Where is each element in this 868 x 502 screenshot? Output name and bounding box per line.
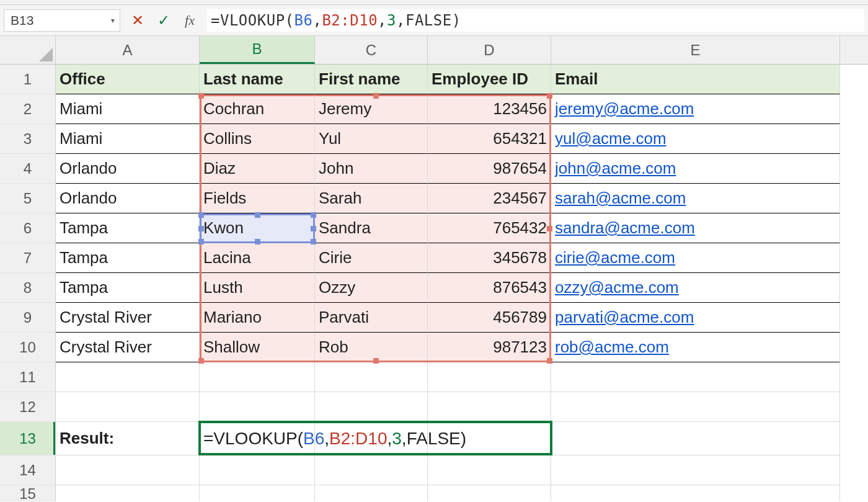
cell-C12[interactable]	[315, 392, 428, 422]
cell-A9[interactable]: Crystal River	[56, 303, 200, 333]
name-box-dropdown-icon[interactable]: ▾	[111, 16, 115, 25]
select-all-triangle[interactable]	[0, 36, 56, 64]
cell-B14[interactable]	[200, 455, 315, 485]
cell-C13[interactable]	[315, 422, 428, 455]
cell-B5[interactable]: Fields	[200, 184, 315, 213]
cell-D15[interactable]	[428, 485, 551, 501]
cell-A7[interactable]: Tampa	[56, 243, 200, 273]
cell-E5[interactable]: sarah@acme.com	[551, 184, 840, 213]
cell-B2[interactable]: Cochran	[200, 94, 315, 124]
cell-D3[interactable]: 654321	[428, 124, 551, 154]
formula-input[interactable]: =VLOOKUP(B6,B2:D10,3,FALSE)	[207, 9, 864, 32]
grid[interactable]: A B C D E 1 Office Last name First name …	[0, 36, 868, 501]
email-link[interactable]: sandra@acme.com	[555, 218, 695, 238]
cell-E10[interactable]: rob@acme.com	[551, 333, 840, 362]
cell-B3[interactable]: Collins	[200, 124, 315, 154]
cell-D14[interactable]	[428, 455, 551, 485]
row-header-2[interactable]: 2	[0, 94, 56, 124]
cell-D11[interactable]	[428, 362, 551, 392]
cell-E4[interactable]: john@acme.com	[551, 154, 840, 184]
row-header-1[interactable]: 1	[0, 65, 56, 94]
cell-E13[interactable]	[551, 422, 840, 455]
cell-C8[interactable]: Ozzy	[315, 273, 428, 303]
cell-B9[interactable]: Mariano	[200, 303, 315, 333]
cell-A3[interactable]: Miami	[56, 124, 200, 154]
cell-E6[interactable]: sandra@acme.com	[551, 213, 840, 243]
cell-D10[interactable]: 987123	[428, 333, 551, 362]
cell-B4[interactable]: Diaz	[200, 154, 315, 184]
cell-B12[interactable]	[200, 392, 315, 422]
cell-D4[interactable]: 987654	[428, 154, 551, 184]
cancel-button[interactable]: ✕	[129, 12, 146, 29]
name-box[interactable]: B13 ▾	[4, 9, 120, 32]
cell-D13[interactable]	[428, 422, 551, 455]
row-header-11[interactable]: 11	[0, 362, 56, 392]
col-header-B[interactable]: B	[200, 36, 315, 64]
cell-A8[interactable]: Tampa	[56, 273, 200, 303]
cell-C2[interactable]: Jeremy	[315, 94, 428, 124]
cell-E15[interactable]	[551, 485, 840, 501]
row-header-4[interactable]: 4	[0, 154, 56, 184]
cell-A5[interactable]: Orlando	[56, 184, 200, 213]
email-link[interactable]: john@acme.com	[555, 159, 676, 178]
col-header-C[interactable]: C	[315, 36, 428, 64]
cell-A10[interactable]: Crystal River	[56, 333, 200, 362]
cell-C14[interactable]	[315, 455, 428, 485]
email-link[interactable]: sarah@acme.com	[555, 189, 686, 208]
row-header-5[interactable]: 5	[0, 184, 56, 213]
row-header-13[interactable]: 13	[0, 422, 56, 455]
cell-E8[interactable]: ozzy@acme.com	[551, 273, 840, 303]
cell-C1[interactable]: First name	[315, 65, 428, 94]
cell-D9[interactable]: 456789	[428, 303, 551, 333]
email-link[interactable]: ozzy@acme.com	[555, 278, 679, 297]
cell-C3[interactable]: Yul	[315, 124, 428, 154]
cell-E9[interactable]: parvati@acme.com	[551, 303, 840, 333]
cell-E11[interactable]	[551, 362, 840, 392]
row-header-12[interactable]: 12	[0, 392, 56, 422]
email-link[interactable]: yul@acme.com	[555, 129, 666, 148]
cell-B7[interactable]: Lacina	[200, 243, 315, 273]
row-header-10[interactable]: 10	[0, 333, 56, 362]
row-header-14[interactable]: 14	[0, 455, 56, 485]
cell-E12[interactable]	[551, 392, 840, 422]
cell-A4[interactable]: Orlando	[56, 154, 200, 184]
cell-B15[interactable]	[200, 485, 315, 501]
col-header-A[interactable]: A	[56, 36, 200, 64]
cell-B13[interactable]: =VLOOKUP(B6,B2:D10,3,FALSE)	[200, 422, 315, 455]
cell-D8[interactable]: 876543	[428, 273, 551, 303]
col-header-E[interactable]: E	[551, 36, 840, 64]
col-header-D[interactable]: D	[428, 36, 551, 64]
fx-button[interactable]: fx	[181, 12, 198, 29]
cell-C11[interactable]	[315, 362, 428, 392]
cell-C9[interactable]: Parvati	[315, 303, 428, 333]
cell-A1[interactable]: Office	[56, 65, 200, 94]
cell-B1[interactable]: Last name	[200, 65, 315, 94]
email-link[interactable]: parvati@acme.com	[555, 308, 694, 327]
cell-B11[interactable]	[200, 362, 315, 392]
row-header-3[interactable]: 3	[0, 124, 56, 154]
email-link[interactable]: cirie@acme.com	[555, 248, 675, 267]
cell-A15[interactable]	[56, 485, 200, 501]
row-header-6[interactable]: 6	[0, 213, 56, 243]
email-link[interactable]: rob@acme.com	[555, 338, 669, 357]
cell-C4[interactable]: John	[315, 154, 428, 184]
cell-C7[interactable]: Cirie	[315, 243, 428, 273]
cell-B6[interactable]: Kwon	[200, 213, 315, 243]
cell-A14[interactable]	[56, 455, 200, 485]
cell-C5[interactable]: Sarah	[315, 184, 428, 213]
cell-C10[interactable]: Rob	[315, 333, 428, 362]
cell-E3[interactable]: yul@acme.com	[551, 124, 840, 154]
cell-D7[interactable]: 345678	[428, 243, 551, 273]
cell-C15[interactable]	[315, 485, 428, 501]
row-header-9[interactable]: 9	[0, 303, 56, 333]
cell-E14[interactable]	[551, 455, 840, 485]
cell-A2[interactable]: Miami	[56, 94, 200, 124]
cell-D6[interactable]: 765432	[428, 213, 551, 243]
row-header-8[interactable]: 8	[0, 273, 56, 303]
enter-button[interactable]: ✓	[155, 12, 172, 29]
cell-D2[interactable]: 123456	[428, 94, 551, 124]
cell-E2[interactable]: jeremy@acme.com	[551, 94, 840, 124]
email-link[interactable]: jeremy@acme.com	[555, 99, 694, 119]
cell-D12[interactable]	[428, 392, 551, 422]
cell-B10[interactable]: Shallow	[200, 333, 315, 362]
